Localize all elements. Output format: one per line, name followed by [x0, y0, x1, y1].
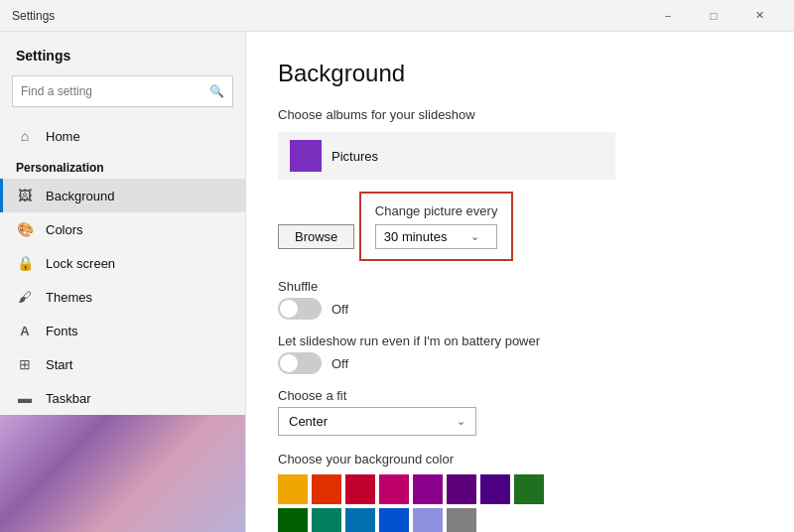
close-button[interactable]: ✕: [736, 0, 782, 32]
sidebar-item-fonts[interactable]: A Fonts: [0, 314, 245, 347]
app-container: Settings 🔍 ⌂ Home Personalization 🖼 Back…: [0, 32, 794, 532]
shuffle-toggle-thumb: [280, 300, 298, 318]
color-swatch-7[interactable]: [514, 474, 544, 504]
color-swatch-4[interactable]: [413, 474, 443, 504]
color-swatch-12[interactable]: [413, 508, 443, 532]
battery-status: Off: [331, 356, 348, 371]
taskbar-icon: ▬: [16, 389, 34, 407]
sidebar-header: Settings: [0, 40, 245, 71]
sidebar-item-colors-label: Colors: [46, 222, 83, 237]
sidebar-item-lock-label: Lock screen: [46, 256, 115, 271]
sidebar-item-lock-screen[interactable]: 🔒 Lock screen: [0, 246, 245, 280]
chevron-down-icon: ⌄: [470, 230, 479, 243]
color-swatch-5[interactable]: [447, 474, 476, 504]
page-title: Background: [278, 60, 762, 87]
color-swatch-10[interactable]: [345, 508, 375, 532]
battery-setting: Let slideshow run even if I'm on battery…: [278, 333, 762, 374]
search-box[interactable]: 🔍: [12, 75, 233, 107]
minimize-button[interactable]: −: [645, 0, 691, 32]
sidebar-item-background[interactable]: 🖼 Background: [0, 179, 245, 212]
sidebar-item-taskbar-label: Taskbar: [46, 391, 91, 406]
album-section-label: Choose albums for your slideshow: [278, 107, 762, 122]
battery-toggle[interactable]: [278, 352, 322, 374]
sidebar-item-taskbar[interactable]: ▬ Taskbar: [0, 381, 245, 415]
shuffle-label: Shuffle: [278, 279, 762, 294]
change-picture-value: 30 minutes: [384, 229, 448, 244]
start-icon: ⊞: [16, 355, 34, 373]
sidebar-item-start-label: Start: [46, 357, 72, 372]
themes-icon: 🖌: [16, 288, 34, 306]
change-picture-box: Change picture every 30 minutes ⌄: [359, 192, 514, 261]
color-swatch-2[interactable]: [345, 474, 375, 504]
color-grid: [278, 474, 556, 532]
color-swatch-13[interactable]: [447, 508, 476, 532]
browse-button[interactable]: Browse: [278, 224, 354, 249]
maximize-button[interactable]: □: [691, 0, 736, 32]
shuffle-toggle-row: Off: [278, 298, 762, 320]
change-picture-label: Change picture every: [375, 203, 498, 218]
search-input[interactable]: [21, 84, 209, 98]
fit-dropdown[interactable]: Center ⌄: [278, 407, 476, 436]
fit-setting: Choose a fit Center ⌄: [278, 388, 762, 436]
sidebar-item-fonts-label: Fonts: [46, 324, 78, 338]
sidebar-item-background-label: Background: [46, 189, 114, 203]
titlebar-title: Settings: [12, 9, 55, 23]
sidebar-item-start[interactable]: ⊞ Start: [0, 347, 245, 381]
sidebar-background-art: [0, 415, 245, 532]
main-content: Background Choose albums for your slides…: [246, 32, 794, 532]
search-icon: 🔍: [209, 84, 224, 98]
battery-toggle-row: Off: [278, 352, 762, 374]
sidebar-item-colors[interactable]: 🎨 Colors: [0, 212, 245, 246]
battery-toggle-thumb: [280, 354, 298, 372]
titlebar-controls: − □ ✕: [645, 0, 782, 32]
shuffle-status: Off: [331, 302, 348, 317]
color-swatch-8[interactable]: [278, 508, 308, 532]
sidebar-item-themes-label: Themes: [46, 290, 92, 305]
fit-chevron-icon: ⌄: [457, 415, 465, 428]
color-swatch-11[interactable]: [379, 508, 409, 532]
shuffle-toggle[interactable]: [278, 298, 322, 320]
album-row: Pictures: [278, 132, 615, 180]
sidebar-item-themes[interactable]: 🖌 Themes: [0, 280, 245, 314]
fit-value: Center: [289, 414, 328, 429]
sidebar: Settings 🔍 ⌂ Home Personalization 🖼 Back…: [0, 32, 246, 532]
album-thumbnail: [290, 140, 322, 172]
fonts-icon: A: [16, 322, 34, 339]
titlebar: Settings − □ ✕: [0, 0, 794, 32]
colors-section: Choose your background color: [278, 452, 762, 532]
change-picture-dropdown[interactable]: 30 minutes ⌄: [375, 224, 498, 249]
background-icon: 🖼: [16, 187, 34, 204]
album-name: Pictures: [331, 149, 378, 164]
color-swatch-0[interactable]: [278, 474, 308, 504]
shuffle-setting: Shuffle Off: [278, 279, 762, 320]
lock-icon: 🔒: [16, 254, 34, 272]
sidebar-section-label: Personalization: [0, 153, 245, 179]
home-icon: ⌂: [16, 127, 34, 145]
color-swatch-1[interactable]: [312, 474, 341, 504]
sidebar-item-home-label: Home: [46, 129, 80, 144]
sidebar-item-home[interactable]: ⌂ Home: [0, 119, 245, 153]
color-swatch-9[interactable]: [312, 508, 341, 532]
color-swatch-6[interactable]: [480, 474, 510, 504]
colors-icon: 🎨: [16, 220, 34, 238]
bg-color-label: Choose your background color: [278, 452, 762, 466]
battery-label: Let slideshow run even if I'm on battery…: [278, 333, 762, 348]
color-swatch-3[interactable]: [379, 474, 409, 504]
fit-label: Choose a fit: [278, 388, 762, 403]
